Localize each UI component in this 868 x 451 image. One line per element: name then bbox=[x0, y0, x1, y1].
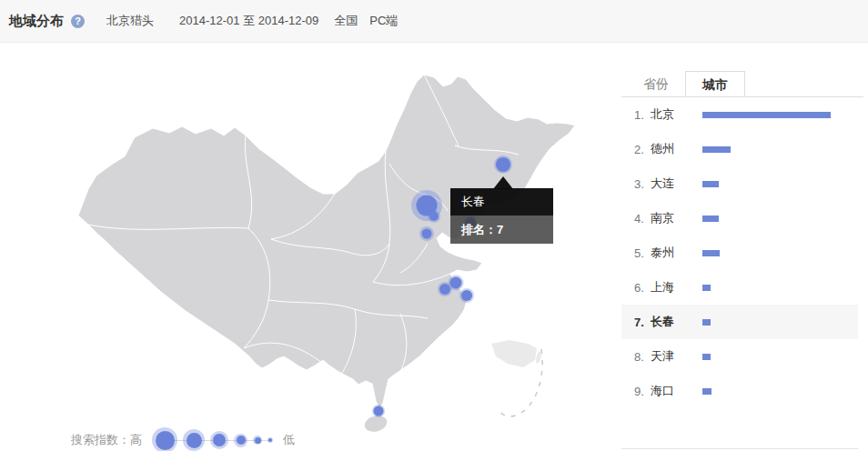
rank-row[interactable]: 6.上海 bbox=[621, 270, 858, 305]
rank-number: 9. bbox=[634, 385, 651, 398]
tooltip-arrow-icon bbox=[493, 176, 513, 189]
city-name: 海口 bbox=[651, 383, 702, 399]
rank-row[interactable]: 3.大连 bbox=[621, 166, 858, 201]
legend-label-high: 搜索指数：高 bbox=[71, 432, 142, 448]
city-name: 大连 bbox=[651, 175, 702, 192]
city-name: 北京 bbox=[651, 106, 702, 123]
search-index-legend: 搜索指数：高 低 bbox=[71, 426, 295, 451]
rank-bar bbox=[702, 112, 831, 118]
legend-circle-core bbox=[156, 431, 175, 450]
rank-bar bbox=[702, 250, 720, 256]
map-bubble[interactable] bbox=[496, 157, 510, 172]
legend-circles bbox=[149, 427, 276, 451]
region-filter[interactable]: 全国 bbox=[334, 13, 358, 29]
legend-circle bbox=[253, 436, 262, 445]
city-name: 德州 bbox=[651, 141, 702, 157]
legend-circle bbox=[210, 431, 228, 449]
keyword-label[interactable]: 北京猎头 bbox=[106, 13, 154, 29]
map-bubble[interactable] bbox=[374, 406, 384, 416]
legend-circle-core bbox=[213, 434, 226, 446]
legend-circle-core bbox=[187, 433, 202, 448]
map-bubble[interactable] bbox=[422, 229, 432, 239]
map-tooltip: 长春 排名：7 bbox=[450, 188, 553, 244]
rank-number: 2. bbox=[634, 143, 651, 156]
china-map bbox=[0, 43, 621, 451]
rank-row[interactable]: 4.南京 bbox=[621, 201, 858, 236]
page-title: 地域分布 bbox=[9, 13, 64, 30]
legend-circle-core bbox=[237, 436, 246, 445]
rank-number: 3. bbox=[634, 177, 651, 191]
rank-number: 4. bbox=[634, 212, 651, 226]
rank-bar bbox=[702, 181, 719, 187]
rank-number: 1. bbox=[634, 108, 651, 122]
rank-number: 6. bbox=[634, 281, 651, 295]
rank-row[interactable]: 9.海口 bbox=[621, 374, 858, 408]
rank-bar bbox=[702, 146, 731, 153]
city-name: 长春 bbox=[651, 314, 702, 330]
rank-bar bbox=[702, 215, 719, 222]
rank-bar bbox=[702, 388, 712, 395]
tab-bar: 省份 城市 bbox=[621, 71, 863, 97]
legend-label-low: 低 bbox=[283, 432, 295, 448]
map-bubble[interactable] bbox=[461, 290, 472, 301]
rank-row[interactable]: 7.长春 bbox=[621, 305, 858, 339]
rank-number: 5. bbox=[634, 246, 651, 260]
map-bubble[interactable] bbox=[439, 284, 450, 295]
legend-circle-core bbox=[268, 438, 272, 442]
legend-circle bbox=[183, 429, 205, 451]
city-name: 上海 bbox=[651, 279, 702, 296]
rank-row[interactable]: 5.泰州 bbox=[621, 236, 858, 270]
rank-number: 7. bbox=[634, 316, 651, 329]
legend-circle bbox=[152, 427, 177, 451]
help-icon[interactable]: ? bbox=[71, 15, 85, 28]
map-bubble[interactable] bbox=[429, 212, 439, 221]
city-name: 天津 bbox=[651, 348, 702, 365]
rank-bar bbox=[702, 319, 711, 326]
platform-filter[interactable]: PC端 bbox=[369, 13, 398, 29]
rank-number: 8. bbox=[634, 350, 651, 364]
rank-row[interactable]: 2.德州 bbox=[621, 132, 858, 166]
tooltip-city: 长春 bbox=[450, 188, 553, 215]
page-header: 地域分布 ? 北京猎头 2014-12-01 至 2014-12-09 全国 P… bbox=[0, 0, 868, 43]
legend-circle bbox=[267, 437, 273, 443]
rank-row[interactable]: 1.北京 bbox=[621, 97, 858, 132]
tab-city[interactable]: 城市 bbox=[685, 71, 745, 96]
south-china-sea-inset bbox=[491, 340, 542, 416]
rank-list: 1.北京2.德州3.大连4.南京5.泰州6.上海7.长春8.天津9.海口 bbox=[621, 97, 858, 449]
city-name: 南京 bbox=[651, 210, 702, 226]
rank-bar bbox=[702, 285, 711, 291]
rank-row[interactable]: 8.天津 bbox=[621, 339, 858, 374]
tab-province[interactable]: 省份 bbox=[627, 71, 685, 96]
rank-bar bbox=[702, 354, 711, 360]
legend-circle bbox=[234, 434, 247, 447]
tooltip-rank: 排名：7 bbox=[450, 215, 553, 244]
city-name: 泰州 bbox=[651, 245, 702, 261]
legend-circle-core bbox=[255, 437, 261, 444]
date-range-label[interactable]: 2014-12-01 至 2014-12-09 bbox=[179, 13, 318, 29]
